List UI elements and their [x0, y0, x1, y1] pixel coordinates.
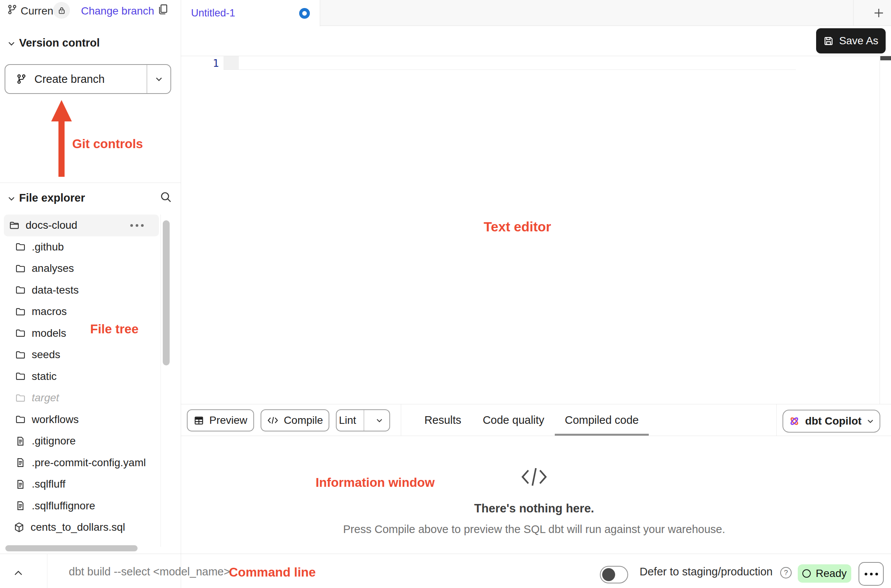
- compile-label: Compile: [284, 414, 323, 426]
- file-tree-annotation: File tree: [90, 322, 139, 336]
- tree-item-label: .pre-commit-config.yaml: [32, 457, 146, 469]
- preview-label: Preview: [209, 414, 248, 426]
- line-number: 1: [181, 57, 219, 69]
- folder-icon: [15, 350, 26, 360]
- lint-label[interactable]: Lint: [337, 414, 358, 426]
- tree-item-label: cents_to_dollars.sql: [31, 521, 125, 533]
- folder-open-icon: [9, 220, 19, 231]
- folder-icon: [15, 242, 26, 252]
- file-icon: [15, 501, 26, 511]
- tree-item-workflows[interactable]: workflows: [4, 409, 159, 431]
- tree-item-sqlfluff[interactable]: .sqlfluff: [4, 473, 159, 495]
- collapse-version-control-icon[interactable]: [7, 39, 16, 48]
- editor-active-line[interactable]: [239, 57, 796, 69]
- model-cube-icon: [14, 522, 24, 533]
- collapse-file-explorer-icon[interactable]: [7, 194, 16, 203]
- tree-item-docs-cloud[interactable]: docs-cloud: [4, 215, 159, 236]
- create-branch-label: Create branch: [34, 73, 105, 86]
- git-branch-icon: [7, 4, 18, 15]
- tree-item-github[interactable]: .github: [4, 236, 159, 258]
- tree-item-target[interactable]: target: [4, 387, 159, 409]
- panel-tab-label: Code quality: [483, 414, 544, 426]
- horizontal-scrollbar-thumb[interactable]: [5, 545, 138, 551]
- lint-dropdown-icon[interactable]: [369, 416, 389, 425]
- version-control-header: Version control: [19, 37, 100, 49]
- table-icon: [194, 415, 204, 426]
- chevron-up-icon[interactable]: [13, 568, 24, 577]
- status-bar-border: [0, 554, 891, 554]
- branch-locked-icon: [53, 2, 70, 19]
- panel-tab-results[interactable]: Results: [414, 404, 471, 436]
- tree-item-label: models: [32, 327, 66, 339]
- git-branch-icon: [16, 74, 27, 84]
- file-icon: [15, 436, 26, 446]
- copy-icon[interactable]: [157, 3, 169, 15]
- editor-top-border: [181, 56, 891, 56]
- file-tree: docs-cloud .github analyses data-tests m…: [4, 215, 159, 538]
- code-empty-state-icon: [520, 465, 549, 489]
- ready-label: Ready: [816, 567, 847, 580]
- tree-item-cents-to-dollars[interactable]: cents_to_dollars.sql: [4, 517, 159, 538]
- status-badge: Ready: [798, 564, 851, 583]
- editor-scroll-track-border: [880, 56, 880, 404]
- folder-icon: [15, 263, 26, 274]
- code-icon: [267, 416, 279, 425]
- folder-icon: [15, 393, 26, 403]
- help-icon[interactable]: ?: [780, 567, 792, 578]
- panel-tab-label: Compiled code: [565, 414, 638, 426]
- preview-button[interactable]: Preview: [187, 409, 254, 431]
- tab-untitled-1[interactable]: Untitled-1: [181, 0, 320, 26]
- search-icon[interactable]: [160, 191, 172, 203]
- folder-icon: [15, 414, 26, 425]
- unsaved-changes-dot: [299, 8, 310, 19]
- command-bar-divider: [47, 554, 47, 588]
- ellipsis-icon: [865, 573, 878, 575]
- editor-scrollbar-thumb[interactable]: [880, 56, 891, 60]
- tree-item-analyses[interactable]: analyses: [4, 258, 159, 279]
- create-branch-split-divider: [147, 65, 147, 93]
- sidebar-border: [181, 0, 181, 588]
- editor-glyph-margin: [224, 56, 239, 69]
- new-tab-button[interactable]: [873, 7, 885, 19]
- panel-tab-label: Results: [424, 414, 462, 426]
- tree-item-macros[interactable]: macros: [4, 301, 159, 323]
- tree-item-sqlfluffignore[interactable]: .sqlfluffignore: [4, 495, 159, 517]
- lint-split-divider: [364, 410, 364, 431]
- panel-tab-compiled-code[interactable]: Compiled code: [555, 404, 649, 436]
- tree-item-static[interactable]: static: [4, 366, 159, 388]
- git-controls-arrow: [51, 100, 72, 177]
- toolbar-divider: [401, 404, 401, 436]
- panel-tab-code-quality[interactable]: Code quality: [475, 404, 552, 436]
- save-icon: [823, 36, 834, 46]
- tree-item-label: workflows: [32, 414, 79, 426]
- more-options-icon[interactable]: [130, 224, 144, 227]
- folder-icon: [15, 285, 26, 295]
- defer-toggle[interactable]: [600, 566, 628, 583]
- toggle-knob: [602, 568, 615, 581]
- dbt-copilot-button[interactable]: dbt Copilot: [782, 410, 880, 433]
- vertical-scrollbar-thumb[interactable]: [163, 220, 170, 365]
- dbt-copilot-label: dbt Copilot: [805, 415, 862, 427]
- tree-item-data-tests[interactable]: data-tests: [4, 279, 159, 301]
- lint-button-group[interactable]: Lint: [336, 409, 390, 431]
- create-branch-button[interactable]: Create branch: [5, 64, 171, 94]
- tree-item-gitignore[interactable]: .gitignore: [4, 430, 159, 452]
- compile-button[interactable]: Compile: [261, 409, 329, 431]
- text-editor-annotation: Text editor: [484, 219, 551, 234]
- tree-item-label: .github: [32, 241, 64, 253]
- tab-strip-divider: [853, 0, 854, 26]
- tree-item-seeds[interactable]: seeds: [4, 344, 159, 366]
- change-branch-link[interactable]: Change branch: [81, 5, 154, 17]
- folder-icon: [15, 371, 26, 381]
- save-as-button[interactable]: Save As: [816, 28, 886, 53]
- tree-item-label: analyses: [32, 262, 74, 275]
- create-branch-dropdown-icon[interactable]: [154, 74, 164, 84]
- save-as-label: Save As: [839, 35, 878, 47]
- tree-item-label: docs-cloud: [26, 219, 77, 231]
- more-menu-button[interactable]: [859, 562, 884, 586]
- command-input[interactable]: dbt build --select <model_name>: [69, 565, 230, 578]
- tree-item-label: target: [32, 392, 59, 404]
- git-controls-annotation: Git controls: [72, 137, 143, 151]
- empty-state-title: There's nothing here.: [420, 502, 649, 515]
- tree-item-pre-commit-config[interactable]: .pre-commit-config.yaml: [4, 452, 159, 474]
